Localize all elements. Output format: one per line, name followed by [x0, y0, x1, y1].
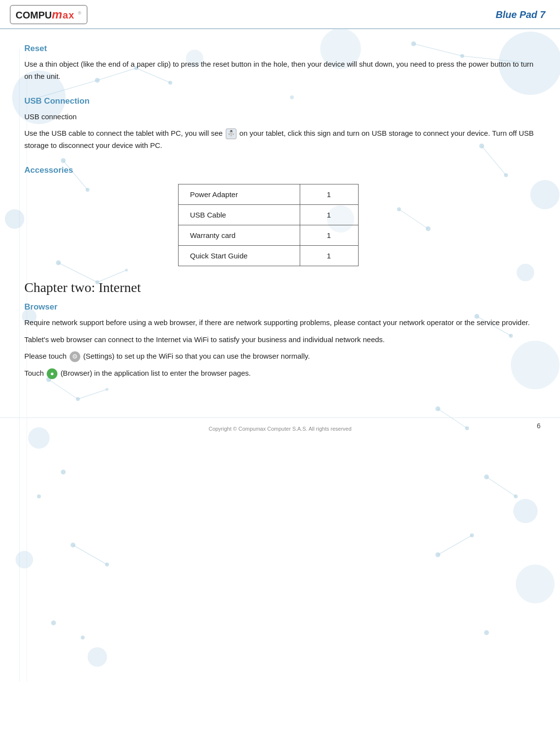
accessory-qty: 1 — [300, 245, 358, 266]
svg-point-47 — [484, 630, 489, 635]
svg-point-44 — [470, 533, 474, 537]
table-row: Warranty card1 — [178, 225, 358, 245]
accessories-section: Accessories Power Adapter1USB Cable1Warr… — [24, 165, 536, 266]
usb-symbol-icon: ⛄ — [226, 128, 236, 139]
logo-trademark: ® — [78, 11, 82, 16]
copyright-text: Copyright © Compumax Computer S.A.S. All… — [209, 426, 352, 432]
browser-para3: Please touch ⚙ (Settings) to set up the … — [24, 350, 536, 363]
browser-para1: Require network support before using a w… — [24, 317, 536, 329]
accessory-item: Power Adapter — [178, 184, 300, 204]
svg-point-12 — [16, 551, 33, 568]
reset-section: Reset Use a thin object (like the end of… — [24, 44, 536, 83]
usb-para-text1: Use the USB cable to connect the tablet … — [24, 129, 223, 137]
accessory-qty: 1 — [300, 204, 358, 225]
browser-para3-middle: (Settings) to set up the WiFi so that yo… — [83, 352, 310, 360]
chapter-two-heading: Chapter two: Internet — [24, 280, 536, 295]
accessories-title: Accessories — [24, 165, 536, 175]
accessory-item: Quick Start Guide — [178, 245, 300, 266]
accessory-item: Warranty card — [178, 225, 300, 245]
browser-subsection: Browser Require network support before u… — [24, 302, 536, 380]
logo-comp: COMPU — [16, 10, 52, 20]
svg-point-41 — [71, 543, 75, 547]
reset-title: Reset — [24, 44, 536, 54]
svg-line-62 — [487, 477, 516, 496]
svg-point-11 — [513, 499, 538, 523]
usb-connection-subtitle: USB connection — [24, 111, 536, 123]
browser-para3-prefix: Please touch — [24, 352, 67, 360]
settings-icon: ⚙ — [70, 351, 80, 362]
logo-u: m — [52, 8, 62, 21]
browser-para4: Touch ● (Browser) in the application lis… — [24, 367, 536, 380]
table-row: Power Adapter1 — [178, 184, 358, 204]
logo-area: COMPUmax ® — [10, 5, 88, 24]
svg-point-43 — [435, 552, 440, 557]
svg-point-39 — [484, 474, 489, 479]
table-row: USB Cable1 — [178, 204, 358, 225]
usb-connection-title: USB Connection — [24, 96, 536, 106]
logo-ax: ax — [63, 10, 74, 20]
accessory-qty: 1 — [300, 184, 358, 204]
accessories-table: Power Adapter1USB Cable1Warranty card1Qu… — [178, 184, 382, 266]
usb-connection-para: Use the USB cable to connect the tablet … — [24, 128, 536, 152]
browser-para2: Tablet's web browser can connect to the … — [24, 334, 536, 346]
logo: COMPUmax ® — [10, 5, 88, 24]
page-number: 6 — [537, 422, 541, 430]
header: COMPUmax ® Blue Pad 7 — [0, 0, 560, 29]
reset-para: Use a thin object (like the end of a pap… — [24, 58, 536, 83]
accessory-item: USB Cable — [178, 204, 300, 225]
svg-line-64 — [73, 545, 107, 565]
svg-point-38 — [37, 494, 41, 498]
svg-point-14 — [88, 647, 107, 667]
footer: Copyright © Compumax Computer S.A.S. All… — [0, 418, 560, 436]
svg-point-37 — [61, 470, 66, 474]
browser-para4-prefix: Touch — [24, 369, 44, 377]
browser-para4-middle: (Browser) in the application list to ent… — [60, 369, 251, 377]
svg-point-45 — [51, 620, 56, 625]
svg-point-40 — [514, 494, 518, 498]
chapter-two-section: Chapter two: Internet Browser Require ne… — [24, 280, 536, 380]
svg-point-42 — [105, 563, 109, 566]
page-title: Blue Pad 7 — [496, 9, 545, 20]
accessory-qty: 1 — [300, 225, 358, 245]
browser-title: Browser — [24, 302, 536, 312]
svg-line-63 — [438, 535, 472, 555]
table-row: Quick Start Guide1 — [178, 245, 358, 266]
svg-point-13 — [516, 565, 555, 603]
svg-point-46 — [81, 636, 85, 639]
usb-connection-section: USB Connection USB connection Use the US… — [24, 96, 536, 152]
main-content: Reset Use a thin object (like the end of… — [0, 29, 560, 408]
browser-icon: ● — [47, 368, 57, 379]
